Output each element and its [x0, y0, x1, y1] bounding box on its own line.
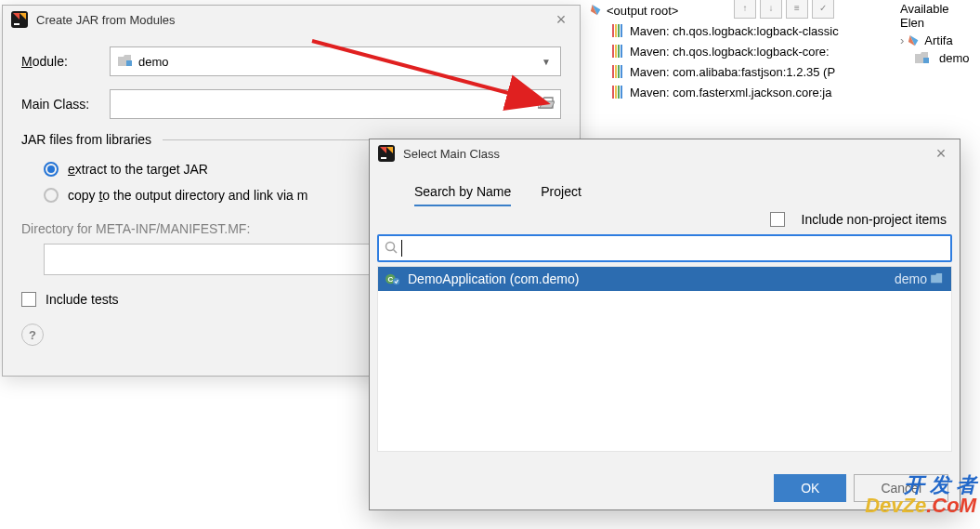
dialog-title: Select Main Class: [403, 147, 930, 161]
search-input[interactable]: [377, 234, 952, 262]
help-button[interactable]: ?: [21, 324, 44, 346]
close-button[interactable]: ×: [930, 142, 952, 165]
radio-icon: [44, 162, 59, 177]
jar-files-header: JAR files from libraries: [21, 132, 151, 147]
dialog-title: Create JAR from Modules: [36, 13, 550, 27]
class-icon: C: [385, 271, 400, 286]
artifact-item[interactable]: › Artifa: [896, 32, 980, 49]
browse-class-button[interactable]: [538, 97, 555, 112]
svg-point-7: [386, 242, 395, 250]
results-list: C DemoApplication (com.demo) demo: [377, 266, 952, 452]
radio-label: copy to the output directory and link vi…: [68, 188, 307, 203]
checkbox-icon: [21, 292, 36, 307]
module-selector[interactable]: demo ▼: [110, 46, 561, 76]
project-tab[interactable]: Project: [541, 179, 581, 206]
result-module-name: demo: [895, 271, 927, 286]
dialog-titlebar[interactable]: Select Main Class ×: [370, 139, 960, 167]
radio-label: extract to the target JAR: [68, 162, 208, 177]
demo-module-item[interactable]: demo: [896, 49, 980, 67]
result-class-name: DemoApplication (com.demo): [408, 271, 895, 286]
ok-button[interactable]: OK: [774, 474, 846, 502]
panel-header: Available Elen: [896, 0, 980, 32]
search-icon: [385, 241, 398, 257]
toolbar: ↑ ↓ ≡ ✓: [734, 0, 834, 19]
sort-button[interactable]: ≡: [786, 0, 808, 19]
dropdown-arrow-icon: ▼: [542, 57, 551, 67]
radio-icon: [44, 188, 59, 203]
intellij-icon: [377, 144, 396, 163]
available-elements-panel: Available Elen › Artifa demo: [896, 0, 980, 67]
folder-icon: [931, 273, 944, 284]
dialog-titlebar[interactable]: Create JAR from Modules ×: [3, 6, 580, 33]
svg-rect-2: [14, 23, 20, 25]
watermark: 开 发 者 DevZe.CoM: [865, 475, 976, 516]
checkbox-label: Include tests: [46, 292, 119, 307]
svg-rect-3: [126, 60, 132, 66]
svg-rect-6: [381, 157, 386, 159]
module-label: Module:: [21, 54, 110, 69]
include-nonproject-label: Include non-project items: [802, 212, 947, 227]
select-main-class-dialog: Select Main Class × Search by Name Proje…: [369, 139, 960, 510]
svg-rect-0: [923, 58, 929, 63]
tree-maven-item[interactable]: Maven: com.fasterxml.jackson.core:ja: [590, 82, 980, 102]
tree-label: <output root>: [607, 4, 678, 18]
svg-line-8: [394, 249, 398, 253]
folder-icon: [118, 55, 133, 68]
text-cursor: [401, 240, 402, 257]
tree-label: Maven: ch.qos.logback:logback-core:: [630, 45, 830, 59]
main-class-input[interactable]: [110, 89, 561, 119]
up-button[interactable]: ↑: [734, 0, 756, 19]
close-button[interactable]: ×: [550, 8, 572, 31]
intellij-icon: [10, 10, 29, 29]
search-by-name-tab[interactable]: Search by Name: [414, 179, 511, 206]
main-class-label: Main Class:: [21, 97, 110, 112]
validate-button[interactable]: ✓: [812, 0, 834, 19]
svg-text:C: C: [387, 275, 393, 284]
include-nonproject-checkbox[interactable]: [770, 212, 785, 227]
tree-label: Maven: ch.qos.logback:logback-classic: [630, 24, 839, 38]
down-button[interactable]: ↓: [760, 0, 782, 19]
module-value: demo: [138, 55, 169, 69]
tree-label: Maven: com.fasterxml.jackson.core:ja: [630, 86, 831, 99]
result-item[interactable]: C DemoApplication (com.demo) demo: [378, 267, 951, 291]
tree-label: Maven: com.alibaba:fastjson:1.2.35 (P: [630, 65, 835, 79]
